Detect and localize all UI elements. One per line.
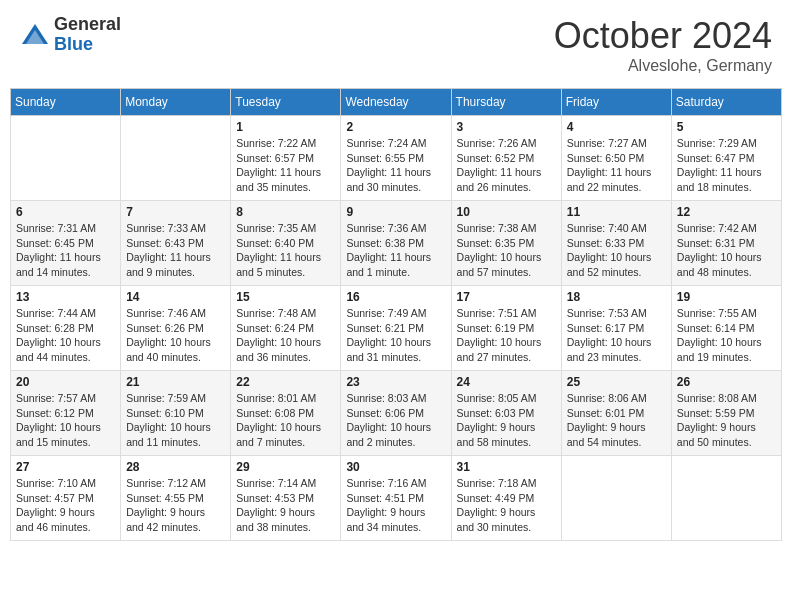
day-info: Sunrise: 7:59 AMSunset: 6:10 PMDaylight:… (126, 391, 225, 450)
table-row: 18Sunrise: 7:53 AMSunset: 6:17 PMDayligh… (561, 286, 671, 371)
day-number: 31 (457, 460, 556, 474)
table-row: 15Sunrise: 7:48 AMSunset: 6:24 PMDayligh… (231, 286, 341, 371)
day-number: 13 (16, 290, 115, 304)
col-wednesday: Wednesday (341, 89, 451, 116)
table-row: 7Sunrise: 7:33 AMSunset: 6:43 PMDaylight… (121, 201, 231, 286)
page-header: General Blue October 2024 Alveslohe, Ger… (10, 10, 782, 80)
calendar-week-row: 20Sunrise: 7:57 AMSunset: 6:12 PMDayligh… (11, 371, 782, 456)
calendar-header-row: Sunday Monday Tuesday Wednesday Thursday… (11, 89, 782, 116)
day-number: 27 (16, 460, 115, 474)
day-info: Sunrise: 8:03 AMSunset: 6:06 PMDaylight:… (346, 391, 445, 450)
day-info: Sunrise: 7:36 AMSunset: 6:38 PMDaylight:… (346, 221, 445, 280)
logo-general: General (54, 15, 121, 35)
day-number: 16 (346, 290, 445, 304)
calendar-week-row: 1Sunrise: 7:22 AMSunset: 6:57 PMDaylight… (11, 116, 782, 201)
day-info: Sunrise: 7:26 AMSunset: 6:52 PMDaylight:… (457, 136, 556, 195)
day-number: 17 (457, 290, 556, 304)
day-number: 7 (126, 205, 225, 219)
table-row: 22Sunrise: 8:01 AMSunset: 6:08 PMDayligh… (231, 371, 341, 456)
day-info: Sunrise: 7:49 AMSunset: 6:21 PMDaylight:… (346, 306, 445, 365)
day-info: Sunrise: 7:14 AMSunset: 4:53 PMDaylight:… (236, 476, 335, 535)
table-row (561, 456, 671, 541)
table-row: 25Sunrise: 8:06 AMSunset: 6:01 PMDayligh… (561, 371, 671, 456)
table-row: 23Sunrise: 8:03 AMSunset: 6:06 PMDayligh… (341, 371, 451, 456)
logo-icon (20, 20, 50, 50)
table-row: 14Sunrise: 7:46 AMSunset: 6:26 PMDayligh… (121, 286, 231, 371)
table-row: 19Sunrise: 7:55 AMSunset: 6:14 PMDayligh… (671, 286, 781, 371)
table-row: 2Sunrise: 7:24 AMSunset: 6:55 PMDaylight… (341, 116, 451, 201)
table-row: 29Sunrise: 7:14 AMSunset: 4:53 PMDayligh… (231, 456, 341, 541)
calendar-week-row: 6Sunrise: 7:31 AMSunset: 6:45 PMDaylight… (11, 201, 782, 286)
day-info: Sunrise: 7:38 AMSunset: 6:35 PMDaylight:… (457, 221, 556, 280)
day-number: 22 (236, 375, 335, 389)
table-row: 1Sunrise: 7:22 AMSunset: 6:57 PMDaylight… (231, 116, 341, 201)
day-info: Sunrise: 7:16 AMSunset: 4:51 PMDaylight:… (346, 476, 445, 535)
day-number: 12 (677, 205, 776, 219)
day-info: Sunrise: 7:27 AMSunset: 6:50 PMDaylight:… (567, 136, 666, 195)
table-row (121, 116, 231, 201)
day-info: Sunrise: 8:08 AMSunset: 5:59 PMDaylight:… (677, 391, 776, 450)
day-info: Sunrise: 7:55 AMSunset: 6:14 PMDaylight:… (677, 306, 776, 365)
col-friday: Friday (561, 89, 671, 116)
logo-text: General Blue (54, 15, 121, 55)
table-row: 6Sunrise: 7:31 AMSunset: 6:45 PMDaylight… (11, 201, 121, 286)
day-number: 30 (346, 460, 445, 474)
day-number: 15 (236, 290, 335, 304)
day-info: Sunrise: 7:12 AMSunset: 4:55 PMDaylight:… (126, 476, 225, 535)
day-number: 11 (567, 205, 666, 219)
day-number: 3 (457, 120, 556, 134)
day-info: Sunrise: 8:05 AMSunset: 6:03 PMDaylight:… (457, 391, 556, 450)
table-row: 31Sunrise: 7:18 AMSunset: 4:49 PMDayligh… (451, 456, 561, 541)
day-number: 26 (677, 375, 776, 389)
table-row: 20Sunrise: 7:57 AMSunset: 6:12 PMDayligh… (11, 371, 121, 456)
table-row: 28Sunrise: 7:12 AMSunset: 4:55 PMDayligh… (121, 456, 231, 541)
day-number: 2 (346, 120, 445, 134)
day-number: 19 (677, 290, 776, 304)
table-row: 5Sunrise: 7:29 AMSunset: 6:47 PMDaylight… (671, 116, 781, 201)
table-row: 3Sunrise: 7:26 AMSunset: 6:52 PMDaylight… (451, 116, 561, 201)
col-monday: Monday (121, 89, 231, 116)
day-info: Sunrise: 7:22 AMSunset: 6:57 PMDaylight:… (236, 136, 335, 195)
table-row: 24Sunrise: 8:05 AMSunset: 6:03 PMDayligh… (451, 371, 561, 456)
table-row: 21Sunrise: 7:59 AMSunset: 6:10 PMDayligh… (121, 371, 231, 456)
day-info: Sunrise: 7:53 AMSunset: 6:17 PMDaylight:… (567, 306, 666, 365)
day-info: Sunrise: 7:33 AMSunset: 6:43 PMDaylight:… (126, 221, 225, 280)
calendar-week-row: 13Sunrise: 7:44 AMSunset: 6:28 PMDayligh… (11, 286, 782, 371)
day-info: Sunrise: 7:44 AMSunset: 6:28 PMDaylight:… (16, 306, 115, 365)
table-row: 17Sunrise: 7:51 AMSunset: 6:19 PMDayligh… (451, 286, 561, 371)
day-info: Sunrise: 8:06 AMSunset: 6:01 PMDaylight:… (567, 391, 666, 450)
day-number: 6 (16, 205, 115, 219)
day-info: Sunrise: 7:46 AMSunset: 6:26 PMDaylight:… (126, 306, 225, 365)
table-row (671, 456, 781, 541)
table-row: 12Sunrise: 7:42 AMSunset: 6:31 PMDayligh… (671, 201, 781, 286)
table-row: 11Sunrise: 7:40 AMSunset: 6:33 PMDayligh… (561, 201, 671, 286)
day-number: 1 (236, 120, 335, 134)
day-info: Sunrise: 7:24 AMSunset: 6:55 PMDaylight:… (346, 136, 445, 195)
day-number: 21 (126, 375, 225, 389)
table-row: 16Sunrise: 7:49 AMSunset: 6:21 PMDayligh… (341, 286, 451, 371)
table-row: 26Sunrise: 8:08 AMSunset: 5:59 PMDayligh… (671, 371, 781, 456)
calendar-table: Sunday Monday Tuesday Wednesday Thursday… (10, 88, 782, 541)
day-number: 23 (346, 375, 445, 389)
col-thursday: Thursday (451, 89, 561, 116)
day-number: 10 (457, 205, 556, 219)
col-tuesday: Tuesday (231, 89, 341, 116)
day-number: 14 (126, 290, 225, 304)
day-number: 9 (346, 205, 445, 219)
month-title: October 2024 (554, 15, 772, 57)
day-info: Sunrise: 7:18 AMSunset: 4:49 PMDaylight:… (457, 476, 556, 535)
table-row: 9Sunrise: 7:36 AMSunset: 6:38 PMDaylight… (341, 201, 451, 286)
table-row: 13Sunrise: 7:44 AMSunset: 6:28 PMDayligh… (11, 286, 121, 371)
day-number: 5 (677, 120, 776, 134)
col-saturday: Saturday (671, 89, 781, 116)
day-number: 18 (567, 290, 666, 304)
col-sunday: Sunday (11, 89, 121, 116)
day-number: 28 (126, 460, 225, 474)
day-info: Sunrise: 7:57 AMSunset: 6:12 PMDaylight:… (16, 391, 115, 450)
calendar-week-row: 27Sunrise: 7:10 AMSunset: 4:57 PMDayligh… (11, 456, 782, 541)
day-info: Sunrise: 7:42 AMSunset: 6:31 PMDaylight:… (677, 221, 776, 280)
table-row (11, 116, 121, 201)
day-info: Sunrise: 7:51 AMSunset: 6:19 PMDaylight:… (457, 306, 556, 365)
day-number: 8 (236, 205, 335, 219)
table-row: 4Sunrise: 7:27 AMSunset: 6:50 PMDaylight… (561, 116, 671, 201)
